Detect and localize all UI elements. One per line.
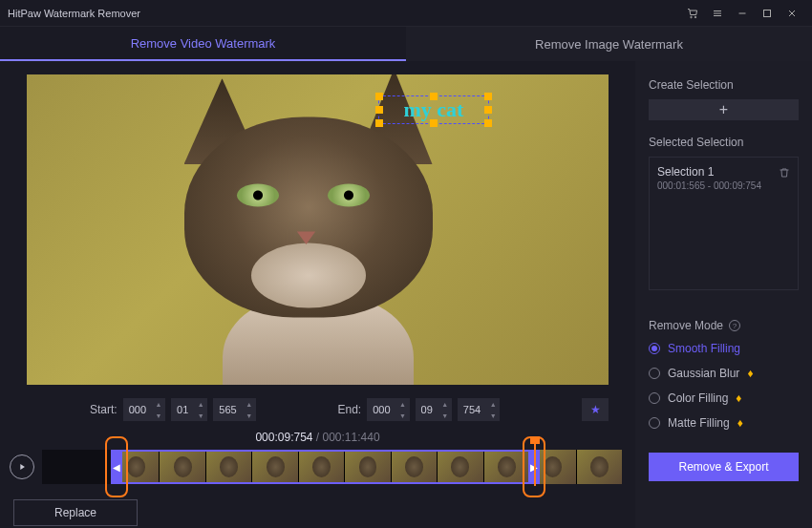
timeline-thumb[interactable] — [344, 450, 390, 484]
play-button[interactable] — [10, 454, 34, 479]
close-icon[interactable] — [780, 0, 804, 27]
resize-handle[interactable] — [375, 119, 383, 127]
start-mm-stepper[interactable]: 01▲▼ — [171, 398, 207, 421]
add-selection-button[interactable]: + — [649, 99, 799, 120]
star-icon: ★ — [590, 403, 601, 416]
timeline-thumb[interactable] — [391, 450, 437, 484]
svg-point-0 — [691, 16, 693, 18]
help-icon[interactable]: ? — [729, 320, 740, 331]
create-selection-label: Create Selection — [649, 78, 799, 92]
minimize-icon[interactable] — [730, 0, 755, 27]
selection-name: Selection 1 — [657, 165, 790, 179]
resize-handle[interactable] — [375, 93, 383, 100]
playhead[interactable] — [534, 436, 536, 486]
end-ms-stepper[interactable]: 754▲▼ — [458, 398, 500, 421]
timeline-thumb[interactable] — [437, 450, 482, 484]
chevron-up-icon[interactable]: ▲ — [396, 398, 410, 410]
start-hh-stepper[interactable]: 000▲▼ — [123, 398, 165, 421]
end-label: End: — [338, 403, 362, 416]
video-preview[interactable]: my cat — [27, 74, 609, 385]
radio-icon — [649, 417, 660, 429]
chevron-down-icon[interactable]: ▼ — [486, 410, 500, 421]
remove-mode-label: Remove Mode — [649, 319, 723, 332]
tab-video-watermark[interactable]: Remove Video Watermark — [0, 27, 406, 61]
end-hh-stepper[interactable]: 000▲▼ — [367, 398, 409, 421]
chevron-up-icon[interactable]: ▲ — [243, 398, 256, 410]
timeline-thumb[interactable] — [298, 450, 344, 484]
favorite-button[interactable]: ★ — [582, 398, 609, 421]
chevron-up-icon[interactable]: ▲ — [194, 398, 207, 410]
timeline-thumb[interactable] — [576, 450, 622, 484]
cart-icon[interactable] — [680, 0, 705, 27]
menu-icon[interactable] — [705, 0, 730, 27]
chevron-down-icon[interactable]: ▼ — [438, 410, 452, 421]
chevron-down-icon[interactable]: ▼ — [194, 410, 207, 421]
resize-handle[interactable] — [484, 119, 492, 127]
delete-selection-button[interactable] — [779, 167, 790, 181]
premium-icon: ♦ — [736, 391, 741, 405]
range-handle-left[interactable]: ◀ — [111, 450, 122, 484]
selection-item[interactable]: Selection 1 000:01:565 - 000:09:754 — [657, 165, 790, 191]
chevron-down-icon[interactable]: ▼ — [396, 410, 410, 421]
resize-handle[interactable] — [430, 93, 438, 100]
remove-export-button[interactable]: Remove & Export — [649, 453, 799, 481]
chevron-up-icon[interactable]: ▲ — [152, 398, 165, 410]
mode-smooth-filling[interactable]: Smooth Filling — [649, 342, 799, 355]
resize-handle[interactable] — [430, 119, 438, 127]
chevron-up-icon[interactable]: ▲ — [438, 398, 452, 410]
radio-icon — [649, 368, 660, 379]
timeline[interactable]: ◀ ▶ — [42, 450, 622, 484]
svg-point-1 — [694, 16, 696, 18]
watermark-selection-box[interactable]: my cat — [378, 95, 489, 124]
tab-image-watermark[interactable]: Remove Image Watermark — [406, 27, 812, 61]
start-label: Start: — [90, 403, 118, 416]
end-mm-stepper[interactable]: 09▲▼ — [416, 398, 452, 421]
mode-gaussian-blur[interactable]: Gaussian Blur ♦ — [649, 367, 799, 380]
svg-rect-6 — [764, 10, 771, 16]
timeline-thumb[interactable] — [483, 450, 529, 484]
premium-icon: ♦ — [747, 367, 753, 380]
mode-color-filling[interactable]: Color Filling ♦ — [649, 391, 799, 405]
radio-icon — [649, 392, 660, 404]
selection-list: Selection 1 000:01:565 - 000:09:754 — [649, 157, 799, 290]
start-ms-stepper[interactable]: 565▲▼ — [213, 398, 255, 421]
chevron-down-icon[interactable]: ▼ — [152, 410, 165, 421]
timeline-thumb[interactable] — [251, 450, 297, 484]
timeline-thumb[interactable] — [159, 450, 204, 484]
maximize-icon[interactable] — [755, 0, 780, 27]
radio-icon — [649, 343, 660, 354]
resize-handle[interactable] — [484, 93, 492, 100]
mode-matte-filling[interactable]: Matte Filling ♦ — [649, 416, 799, 430]
timeline-dead-zone — [42, 450, 113, 484]
chevron-up-icon[interactable]: ▲ — [486, 398, 500, 410]
replace-button[interactable]: Replace — [13, 499, 138, 526]
timecode-display: 000:09:754 / 000:11:440 — [0, 429, 635, 450]
selection-time: 000:01:565 - 000:09:754 — [657, 180, 790, 191]
premium-icon: ♦ — [737, 416, 743, 430]
resize-handle[interactable] — [375, 106, 383, 114]
resize-handle[interactable] — [484, 106, 492, 114]
preview-image — [127, 88, 509, 385]
timeline-thumb[interactable] — [205, 450, 251, 484]
chevron-down-icon[interactable]: ▼ — [243, 410, 256, 421]
selected-selection-label: Selected Selection — [649, 136, 799, 149]
app-title: HitPaw Watermark Remover — [8, 8, 140, 19]
